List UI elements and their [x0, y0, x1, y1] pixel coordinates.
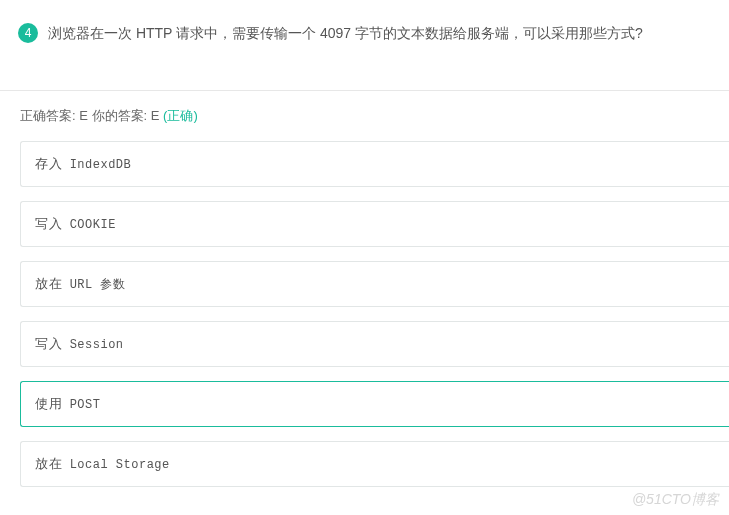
answer-status: (正确)	[163, 108, 198, 123]
correct-answer-value: E	[79, 108, 88, 123]
options-list: 存入 IndexdDB 写入 COOKIE 放在 URL 参数 写入 Sessi…	[0, 141, 729, 487]
correct-answer-label: 正确答案:	[20, 108, 79, 123]
option-code: POST	[70, 398, 101, 412]
option-label: 放在	[35, 276, 68, 291]
option-e[interactable]: 使用 POST	[20, 381, 729, 427]
your-answer-value: E	[151, 108, 163, 123]
option-label: 写入	[35, 336, 68, 351]
question-header: 4 浏览器在一次 HTTP 请求中，需要传输一个 4097 字节的文本数据给服务…	[0, 0, 729, 44]
option-label: 使用	[35, 396, 68, 411]
option-f[interactable]: 放在 Local Storage	[20, 441, 729, 487]
option-label: 写入	[35, 216, 68, 231]
question-text: 浏览器在一次 HTTP 请求中，需要传输一个 4097 字节的文本数据给服务端，…	[48, 22, 643, 44]
option-b[interactable]: 写入 COOKIE	[20, 201, 729, 247]
option-label: 存入	[35, 156, 68, 171]
watermark: @51CTO博客	[632, 491, 719, 509]
option-c[interactable]: 放在 URL 参数	[20, 261, 729, 307]
option-code: IndexdDB	[70, 158, 132, 172]
option-code: Session	[70, 338, 124, 352]
question-number-badge: 4	[18, 23, 38, 43]
option-d[interactable]: 写入 Session	[20, 321, 729, 367]
option-code: Local Storage	[70, 458, 170, 472]
option-code: COOKIE	[70, 218, 116, 232]
answer-summary: 正确答案: E 你的答案: E (正确)	[0, 91, 729, 125]
your-answer-label: 你的答案:	[88, 108, 151, 123]
option-code: URL 参数	[70, 278, 126, 292]
option-a[interactable]: 存入 IndexdDB	[20, 141, 729, 187]
option-label: 放在	[35, 456, 68, 471]
